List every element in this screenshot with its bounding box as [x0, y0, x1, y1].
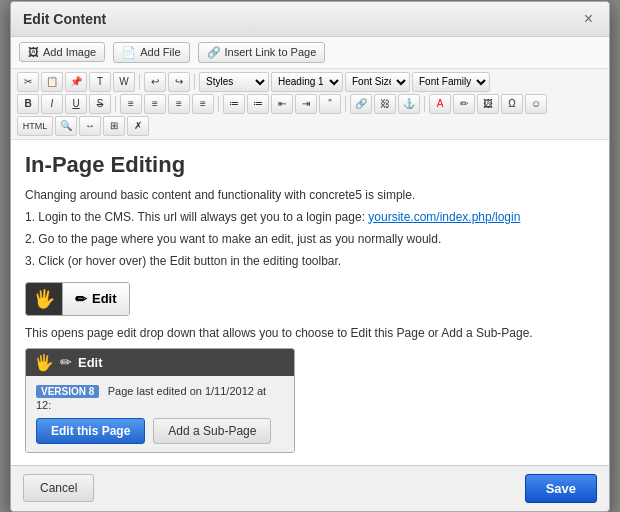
replace-button[interactable]: ↔	[79, 116, 101, 136]
unlink-button[interactable]: ⛓	[374, 94, 396, 114]
editor-toolbar: ✂ 📋 📌 T W ↩ ↪ Styles Heading 1 Font Size…	[11, 69, 609, 140]
toolbar-row-1: ✂ 📋 📌 T W ↩ ↪ Styles Heading 1 Font Size…	[17, 72, 603, 92]
separator-2	[194, 74, 195, 90]
hand-icon: 🖐	[33, 288, 55, 310]
top-toolbar: 🖼 Add Image 📄 Add File 🔗 Insert Link to …	[11, 37, 609, 69]
opens-text: This opens page edit drop down that allo…	[25, 324, 595, 342]
edit-icon-box: 🖐	[26, 283, 62, 315]
save-button[interactable]: Save	[525, 474, 597, 503]
insert-link-button[interactable]: 🔗 Insert Link to Page	[198, 42, 326, 63]
cut-button[interactable]: ✂	[17, 72, 39, 92]
align-center-button[interactable]: ≡	[144, 94, 166, 114]
anchor-button[interactable]: ⚓	[398, 94, 420, 114]
find-button[interactable]: 🔍	[55, 116, 77, 136]
pencil-icon: ✏	[75, 291, 87, 307]
close-button[interactable]: ×	[580, 10, 597, 28]
html-button[interactable]: HTML	[17, 116, 53, 136]
separator-3	[115, 96, 116, 112]
font-family-select[interactable]: Font Family	[412, 72, 490, 92]
file-icon: 📄	[122, 46, 136, 59]
special-char-button[interactable]: Ω	[501, 94, 523, 114]
paste-word-button[interactable]: W	[113, 72, 135, 92]
login-link[interactable]: yoursite.com/index.php/login	[368, 210, 520, 224]
edit-label-box: ✏ Edit	[62, 283, 129, 315]
separator-6	[424, 96, 425, 112]
content-list-item3: 3. Click (or hover over) the Edit button…	[25, 252, 595, 270]
blockquote-button[interactable]: "	[319, 94, 341, 114]
edit-button-demo: 🖐 ✏ Edit	[25, 282, 130, 316]
edit-this-page-button[interactable]: Edit this Page	[36, 418, 145, 444]
strikethrough-button[interactable]: S	[89, 94, 111, 114]
indent-button[interactable]: ⇥	[295, 94, 317, 114]
add-file-button[interactable]: 📄 Add File	[113, 42, 189, 63]
underline-button[interactable]: U	[65, 94, 87, 114]
font-size-select[interactable]: Font Size	[345, 72, 410, 92]
paste-text-button[interactable]: T	[89, 72, 111, 92]
heading-select[interactable]: Heading 1	[271, 72, 343, 92]
paste-button[interactable]: 📌	[65, 72, 87, 92]
select-all-button[interactable]: ⊞	[103, 116, 125, 136]
edit-content-dialog: Edit Content × 🖼 Add Image 📄 Add File 🔗 …	[10, 1, 610, 512]
italic-button[interactable]: I	[41, 94, 63, 114]
hand-icon-small: 🖐	[34, 353, 54, 372]
dropdown-edit-label: Edit	[78, 355, 103, 370]
dialog-footer: Cancel Save	[11, 465, 609, 511]
undo-button[interactable]: ↩	[144, 72, 166, 92]
outdent-button[interactable]: ⇤	[271, 94, 293, 114]
bold-button[interactable]: B	[17, 94, 39, 114]
dropdown-header: 🖐 ✏ Edit	[26, 349, 294, 376]
align-justify-button[interactable]: ≡	[192, 94, 214, 114]
bg-color-button[interactable]: ✏	[453, 94, 475, 114]
dialog-title: Edit Content	[23, 11, 106, 27]
toolbar-row-2: B I U S ≡ ≡ ≡ ≡ ≔ ≔ ⇤ ⇥ " 🔗 ⛓ ⚓ A ✏ 🖼 Ω …	[17, 94, 603, 114]
styles-select[interactable]: Styles	[199, 72, 269, 92]
image-insert-button[interactable]: 🖼	[477, 94, 499, 114]
content-list-item1: 1. Login to the CMS. This url will alway…	[25, 208, 595, 226]
dropdown-panel: 🖐 ✏ Edit VERSION 8 Page last edited on 1…	[25, 348, 295, 453]
ordered-list-button[interactable]: ≔	[247, 94, 269, 114]
text-color-button[interactable]: A	[429, 94, 451, 114]
content-paragraph1: Changing around basic content and functi…	[25, 186, 595, 204]
align-left-button[interactable]: ≡	[120, 94, 142, 114]
dialog-header: Edit Content ×	[11, 2, 609, 37]
edit-label: Edit	[92, 291, 117, 306]
cancel-button[interactable]: Cancel	[23, 474, 94, 502]
dropdown-pencil-icon: ✏	[60, 354, 72, 370]
add-image-button[interactable]: 🖼 Add Image	[19, 42, 105, 62]
separator-1	[139, 74, 140, 90]
editor-content[interactable]: In-Page Editing Changing around basic co…	[11, 140, 609, 465]
version-row: VERSION 8 Page last edited on 1/11/2012 …	[36, 384, 284, 412]
separator-5	[345, 96, 346, 112]
content-list-item2: 2. Go to the page where you want to make…	[25, 230, 595, 248]
dropdown-body: VERSION 8 Page last edited on 1/11/2012 …	[26, 376, 294, 452]
remove-format-button[interactable]: ✗	[127, 116, 149, 136]
align-right-button[interactable]: ≡	[168, 94, 190, 114]
link-icon: 🔗	[207, 46, 221, 59]
smiley-button[interactable]: ☺	[525, 94, 547, 114]
version-badge: VERSION 8	[36, 385, 99, 398]
unordered-list-button[interactable]: ≔	[223, 94, 245, 114]
link-button[interactable]: 🔗	[350, 94, 372, 114]
redo-button[interactable]: ↪	[168, 72, 190, 92]
dropdown-actions: Edit this Page Add a Sub-Page	[36, 418, 284, 444]
toolbar-row-3: HTML 🔍 ↔ ⊞ ✗	[17, 116, 603, 136]
image-icon: 🖼	[28, 46, 39, 58]
add-subpage-button[interactable]: Add a Sub-Page	[153, 418, 271, 444]
separator-4	[218, 96, 219, 112]
copy-button[interactable]: 📋	[41, 72, 63, 92]
content-heading: In-Page Editing	[25, 152, 595, 178]
